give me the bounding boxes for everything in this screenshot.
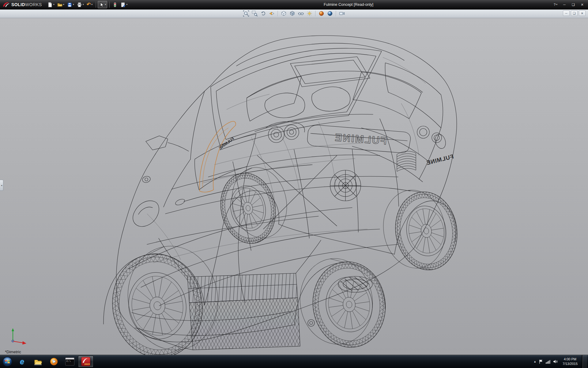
view-settings-button[interactable]	[306, 10, 314, 17]
display-style-button[interactable]	[288, 10, 296, 17]
zoom-to-area-icon	[252, 10, 258, 17]
document-window-controls: ─ ❏ ✕	[563, 10, 586, 16]
previous-view-icon	[260, 10, 266, 17]
minimize-button[interactable]: ─	[560, 2, 568, 8]
file-explorer-icon	[34, 358, 42, 366]
select-cursor-icon	[99, 2, 104, 7]
media-player-icon	[50, 357, 58, 366]
document-minimize-button[interactable]: ─	[563, 10, 570, 16]
undo-icon: ↶	[87, 2, 91, 7]
command-prompt-icon: C:\	[65, 358, 74, 366]
wheel-front-left[interactable]	[104, 239, 227, 355]
new-document-button[interactable]: ▾	[46, 1, 56, 8]
help-button[interactable]: ?▾	[552, 2, 560, 8]
orientation-triad[interactable]	[8, 327, 28, 347]
solidworks-logo[interactable]: SOLIDWORKS	[2, 0, 46, 9]
apply-scene-button[interactable]	[326, 10, 334, 17]
view-orientation-cube-icon	[281, 10, 287, 17]
camera-icon	[339, 10, 345, 17]
toolbar-separator	[278, 11, 278, 16]
display-style-cube-icon	[289, 10, 296, 17]
hide-show-glasses-icon	[298, 10, 304, 17]
appearance-ball-icon	[318, 10, 325, 17]
scene-ball-icon	[327, 10, 333, 17]
volume-icon[interactable]	[553, 359, 558, 364]
taskbar-media-player[interactable]	[46, 356, 62, 367]
taskbar-file-explorer[interactable]	[30, 356, 46, 367]
toolbar-separator	[336, 11, 336, 16]
print-button[interactable]: ▾	[76, 1, 85, 8]
undo-button[interactable]: ↶ ▾	[85, 1, 94, 8]
camera-view-button[interactable]	[338, 10, 346, 17]
show-desktop-button[interactable]	[582, 355, 587, 368]
clock-time: 4:00 PM	[564, 357, 576, 362]
internet-explorer-icon: e	[20, 358, 24, 366]
view-settings-sun-icon	[307, 10, 313, 17]
hide-show-items-button[interactable]	[297, 10, 305, 17]
new-document-icon	[47, 2, 53, 7]
system-tray: ▲ 4:00 PM 7/13/2015	[533, 355, 587, 368]
close-button[interactable]: ✕	[578, 2, 586, 8]
rebuild-button[interactable]	[111, 1, 119, 8]
select-button[interactable]: ▾	[98, 1, 107, 8]
document-close-button[interactable]: ✕	[579, 10, 586, 16]
wheel-front-right[interactable]	[295, 252, 391, 354]
car-secondary-lines	[147, 57, 426, 263]
featuremanager-collapse-tab[interactable]: ◂	[0, 180, 3, 191]
toolbar-separator	[96, 2, 96, 8]
toolbar-separator	[315, 11, 316, 16]
save-button[interactable]: ▾	[66, 1, 75, 8]
wheel-rear-right[interactable]	[378, 184, 463, 276]
taskbar-clock[interactable]: 4:00 PM 7/13/2015	[560, 357, 580, 366]
hidden-icons-button[interactable]: ▲	[533, 360, 536, 363]
taskbar: e C:\	[0, 355, 588, 368]
front-grille-mesh	[159, 295, 364, 353]
taskbar-command-prompt[interactable]: C:\	[62, 356, 77, 367]
zoom-to-fit-button[interactable]	[242, 10, 250, 17]
heads-up-toolbar: ─ ❏ ✕	[0, 9, 588, 18]
open-button[interactable]: ▾	[56, 1, 66, 8]
triad-x-arrow	[22, 341, 26, 345]
file-properties-button[interactable]: ▾	[119, 1, 129, 8]
taskbar-internet-explorer[interactable]: e	[14, 356, 30, 367]
solidworks-wordmark: SOLIDWORKS	[11, 2, 42, 7]
menu-bar: SOLIDWORKS ▾ ▾ ▾	[0, 0, 588, 10]
clock-date: 7/13/2015	[563, 362, 578, 366]
file-properties-icon	[120, 2, 126, 7]
start-button[interactable]	[1, 355, 14, 368]
taskbar-solidworks-2015[interactable]: 2015	[78, 356, 93, 367]
graphics-viewport[interactable]: FULMINE FULMINE FULMINE *Dimetric ◂	[0, 18, 588, 355]
triad-x-axis	[13, 341, 23, 343]
printer-icon	[77, 2, 82, 7]
document-restore-button[interactable]: ❏	[571, 10, 578, 16]
zoom-to-fit-icon	[243, 10, 249, 17]
network-icon[interactable]	[546, 360, 550, 364]
view-orientation-label: *Dimetric	[5, 350, 21, 354]
wheels-group	[104, 162, 463, 355]
view-tools-group	[242, 10, 346, 17]
wheel-rear-left[interactable]	[214, 162, 294, 249]
solidworks-mark-icon	[2, 2, 10, 8]
previous-view-button[interactable]	[259, 10, 267, 17]
action-center-flag-icon[interactable]	[539, 359, 543, 364]
window-title: Fulmine Concept [Read-only]	[324, 0, 373, 9]
section-view-icon	[269, 10, 275, 17]
maximize-button[interactable]: ❏	[569, 2, 577, 8]
triad-y-arrow	[12, 328, 14, 331]
wireframe-model[interactable]: FULMINE FULMINE FULMINE	[0, 18, 588, 355]
windows-start-icon	[2, 356, 13, 367]
car-body-wireframe[interactable]	[104, 36, 457, 350]
edit-appearance-button[interactable]	[318, 10, 326, 17]
view-orientation-button[interactable]	[280, 10, 288, 17]
vent-louvers	[397, 151, 416, 171]
save-floppy-icon	[67, 2, 72, 7]
model-text-side: FULMINE	[426, 153, 454, 166]
standard-toolbar: ▾ ▾ ▾ ▾	[46, 1, 129, 8]
desktop: SOLIDWORKS ▾ ▾ ▾	[0, 0, 588, 368]
highlighted-sketch[interactable]	[199, 121, 236, 192]
section-view-button[interactable]	[268, 10, 276, 17]
solidworks-app-icon: 2015	[81, 357, 90, 366]
window-controls: ?▾ ─ ❏ ✕	[552, 2, 586, 8]
rebuild-stoplight-icon	[112, 2, 118, 7]
zoom-to-area-button[interactable]	[251, 10, 259, 17]
